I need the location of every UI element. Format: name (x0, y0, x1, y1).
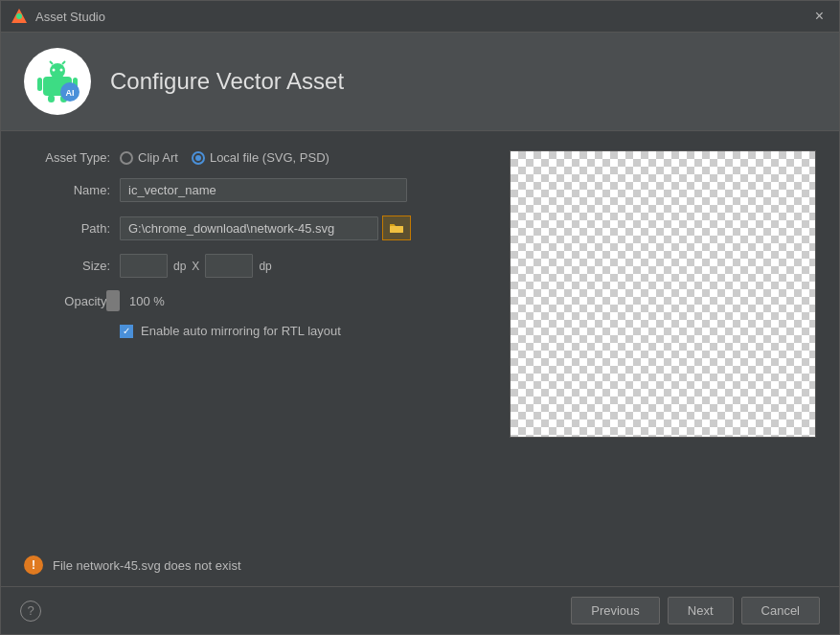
name-label: Name: (24, 183, 110, 197)
size-height-input[interactable] (205, 254, 253, 278)
size-row: Size: dp X dp (24, 254, 490, 278)
clip-art-radio[interactable]: Clip Art (120, 150, 178, 165)
footer-right: Previous Next Cancel (571, 597, 820, 624)
header-logo: AI (24, 48, 91, 115)
local-file-label: Local file (SVG, PSD) (210, 150, 329, 165)
svg-line-7 (62, 61, 65, 64)
svg-rect-14 (390, 226, 403, 233)
mirroring-label: Enable auto mirroring for RTL layout (141, 324, 341, 338)
error-message: File network-45.svg does not exist (53, 558, 241, 573)
asset-type-row: Asset Type: Clip Art Local file (SVG, PS… (24, 150, 490, 165)
mirroring-row: Enable auto mirroring for RTL layout (24, 324, 490, 338)
dp-label-1: dp (173, 260, 186, 273)
footer: ? Previous Next Cancel (1, 586, 839, 634)
header-section: AI Configure Vector Asset (1, 33, 839, 131)
close-button[interactable]: × (809, 7, 829, 26)
mirroring-checkbox-row: Enable auto mirroring for RTL layout (120, 324, 341, 338)
opacity-input-group: 100 % (120, 291, 168, 310)
android-studio-icon (11, 8, 28, 25)
svg-line-6 (50, 61, 53, 64)
previous-button[interactable]: Previous (571, 597, 660, 624)
path-input[interactable] (120, 216, 378, 240)
svg-point-1 (16, 13, 22, 19)
size-input-group: dp X dp (120, 254, 272, 278)
opacity-row: Opacity: 100 % (24, 291, 490, 310)
name-input[interactable] (120, 178, 407, 202)
header-title: Configure Vector Asset (110, 68, 344, 95)
error-section: ! File network-45.svg does not exist (1, 544, 839, 586)
error-icon: ! (24, 556, 43, 575)
path-row: Path: (24, 215, 490, 240)
x-label: X (192, 260, 199, 273)
title-bar: Asset Studio × (1, 1, 839, 33)
svg-point-5 (60, 69, 63, 72)
local-file-radio[interactable]: Local file (SVG, PSD) (192, 150, 329, 165)
content-area: Asset Type: Clip Art Local file (SVG, PS… (1, 131, 839, 544)
title-bar-left: Asset Studio (11, 8, 105, 25)
clip-art-label: Clip Art (138, 150, 178, 165)
help-button[interactable]: ? (20, 601, 41, 622)
footer-left: ? (20, 601, 41, 622)
svg-rect-10 (48, 95, 55, 102)
title-bar-text: Asset Studio (35, 10, 105, 24)
opacity-slider-thumb[interactable] (106, 290, 120, 311)
svg-point-3 (50, 63, 65, 79)
folder-icon (389, 221, 404, 235)
dp-label-2: dp (259, 260, 271, 273)
mirroring-checkbox[interactable] (120, 325, 133, 338)
browse-folder-button[interactable] (382, 215, 411, 240)
asset-type-radio-group: Clip Art Local file (SVG, PSD) (120, 150, 329, 165)
cancel-button[interactable]: Cancel (741, 597, 820, 624)
svg-point-4 (53, 69, 56, 72)
name-row: Name: (24, 178, 490, 202)
size-label: Size: (24, 259, 110, 273)
android-studio-logo: AI (34, 57, 81, 105)
opacity-value-label: 100 % (129, 294, 168, 308)
clip-art-radio-circle (120, 151, 133, 165)
opacity-label: Opacity: (24, 294, 110, 308)
svg-rect-8 (37, 78, 42, 91)
preview-canvas (510, 150, 816, 438)
svg-text:AI: AI (66, 88, 75, 98)
path-label: Path: (24, 221, 110, 236)
next-button[interactable]: Next (668, 597, 734, 624)
size-width-input[interactable] (120, 254, 168, 278)
asset-studio-dialog: Asset Studio × (0, 0, 840, 635)
form-section: Asset Type: Clip Art Local file (SVG, PS… (24, 150, 490, 525)
path-input-group (120, 215, 411, 240)
asset-type-label: Asset Type: (24, 150, 110, 165)
preview-section (510, 150, 816, 525)
local-file-radio-circle (192, 151, 205, 165)
